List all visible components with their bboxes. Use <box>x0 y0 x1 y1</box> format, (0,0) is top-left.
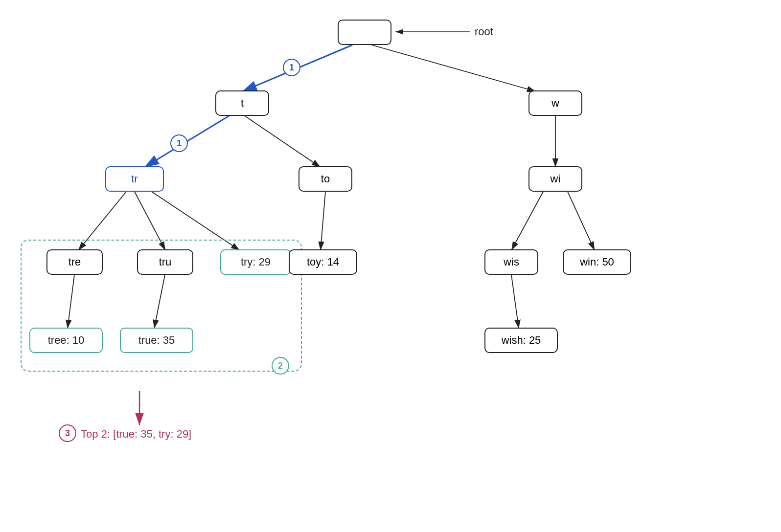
node-tre: tre <box>46 249 103 275</box>
top2-result-label: Top 2: [true: 35, try: 29] <box>81 428 191 441</box>
step2-circle: 2 <box>272 357 289 375</box>
node-t: t <box>215 90 269 116</box>
step3-circle: 3 <box>59 424 76 442</box>
svg-line-12 <box>321 192 325 250</box>
diagram-canvas: root t w tr to wi tre tru try: 29 toy: 1… <box>0 0 781 532</box>
step1-circle-t-tr: 1 <box>170 134 188 152</box>
node-win: win: 50 <box>563 249 631 275</box>
root-label: root <box>475 25 493 38</box>
svg-line-5 <box>372 45 536 91</box>
node-true: true: 35 <box>120 328 193 353</box>
node-wish: wish: 25 <box>484 328 558 353</box>
node-tree: tree: 10 <box>29 328 103 353</box>
svg-line-13 <box>511 192 543 250</box>
node-wis: wis <box>484 249 538 275</box>
svg-line-7 <box>245 116 321 167</box>
node-w: w <box>528 90 582 116</box>
node-to: to <box>299 166 352 192</box>
node-toy: toy: 14 <box>289 249 357 275</box>
node-wi: wi <box>528 166 582 192</box>
node-root <box>338 20 391 45</box>
node-try: try: 29 <box>220 249 291 275</box>
svg-line-14 <box>568 192 595 250</box>
node-tru: tru <box>137 249 193 275</box>
node-tr: tr <box>105 166 164 192</box>
step1-circle-root-t: 1 <box>283 59 300 76</box>
svg-line-17 <box>511 275 519 329</box>
